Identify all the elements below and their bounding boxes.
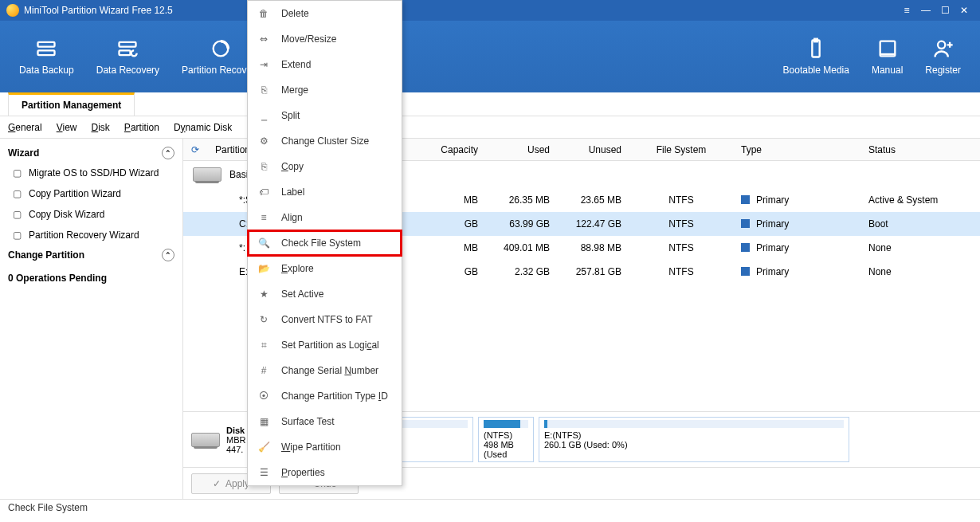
ctx-item[interactable]: #Change Serial Number [248, 358, 402, 383]
change-partition-header[interactable]: Change Partition ⌃ [8, 245, 174, 265]
ctx-item[interactable]: ⎘Copy [248, 154, 402, 179]
sidebar: Wizard ⌃ ▢Migrate OS to SSD/HD Wizard▢Co… [0, 139, 183, 499]
ctx-item-label: Change Serial Number [281, 365, 378, 376]
ctx-item[interactable]: ≡Align [248, 205, 402, 230]
ctx-icon: 🏷 [257, 186, 270, 198]
ctx-icon: ⎘ [257, 160, 270, 173]
register-button[interactable]: Register [914, 21, 972, 92]
menu-view[interactable]: View [57, 122, 77, 133]
wizard-icon: ▢ [11, 167, 22, 179]
tab-partition-management[interactable]: Partition Management [8, 92, 135, 116]
sidebar-item-label: Partition Recovery Wizard [29, 230, 139, 241]
menu-bar: General View Disk Partition Dynamic Disk [0, 116, 980, 139]
tab-strip: Partition Management [0, 92, 980, 116]
ctx-item[interactable]: 🗑Delete [248, 1, 402, 26]
sidebar-item[interactable]: ▢Partition Recovery Wizard [8, 225, 174, 245]
ctx-item-label: Check File System [281, 237, 361, 249]
ctx-item[interactable]: ⇥Extend [248, 52, 402, 77]
col-used[interactable]: Used [486, 144, 558, 155]
ctx-icon: 🔍 [257, 237, 270, 249]
data-recovery-button[interactable]: Data Recovery [85, 21, 171, 92]
disk-icon [191, 433, 220, 447]
menu-icon[interactable]: ≡ [897, 5, 916, 16]
data-backup-button[interactable]: Data Backup [8, 21, 85, 92]
sidebar-item-label: Migrate OS to SSD/HD Wizard [29, 167, 159, 179]
ctx-item[interactable]: ☰Properties [248, 460, 402, 485]
ctx-item-label: Move/Resize [281, 33, 336, 45]
col-status[interactable]: Status [860, 144, 980, 155]
manual-button[interactable]: Manual [860, 21, 914, 92]
ctx-item[interactable]: 🏷Label [248, 179, 402, 205]
chevron-up-icon[interactable]: ⌃ [162, 147, 174, 159]
menu-disk[interactable]: Disk [92, 122, 110, 133]
ctx-icon: ↻ [257, 313, 270, 326]
svg-point-9 [938, 41, 945, 49]
ctx-item[interactable]: ★Set Active [248, 281, 402, 307]
ctx-icon: ⇔ [257, 33, 270, 45]
ctx-item[interactable]: 🔍Check File System [248, 230, 402, 256]
ctx-item[interactable]: 📂Explore [248, 256, 402, 281]
data-recovery-icon [116, 37, 139, 60]
partition-bar[interactable]: E:(NTFS)260.1 GB (Used: 0%) [539, 417, 849, 462]
ctx-item[interactable]: 🧹Wipe Partition [248, 434, 402, 460]
sidebar-item-label: Copy Disk Wizard [29, 209, 104, 220]
svg-rect-0 [38, 42, 55, 47]
titlebar: MiniTool Partition Wizard Free 12.5 ≡ — … [0, 0, 980, 21]
ctx-item-label: Split [281, 110, 300, 121]
maximize-button[interactable]: ☐ [935, 5, 955, 16]
ctx-item-label: Extend [281, 59, 311, 70]
col-capacity[interactable]: Capacity [418, 144, 486, 155]
svg-rect-3 [120, 50, 131, 55]
ctx-item-label: Set Partition as Logical [281, 339, 379, 351]
ctx-item-label: Set Active [281, 288, 323, 300]
ctx-icon: 🧹 [257, 441, 270, 453]
ctx-item[interactable]: ⦿Change Partition Type ID [248, 383, 402, 409]
menu-general[interactable]: General [8, 122, 42, 133]
ctx-item[interactable]: ⎯Split [248, 103, 402, 128]
ctx-icon: ⌗ [257, 339, 270, 351]
col-type[interactable]: Type [733, 144, 860, 155]
sidebar-item[interactable]: ▢Copy Partition Wizard [8, 183, 174, 204]
ctx-icon: ≡ [257, 211, 270, 224]
ctx-item-label: Change Partition Type ID [281, 391, 388, 402]
ctx-icon: 🗑 [257, 7, 270, 20]
refresh-icon[interactable]: ⟳ [183, 144, 207, 155]
menu-dynamic-disk[interactable]: Dynamic Disk [174, 122, 232, 133]
partition-recovery-icon [210, 37, 232, 60]
wizard-icon: ▢ [11, 188, 22, 199]
menu-partition[interactable]: Partition [124, 122, 159, 133]
data-backup-label: Data Backup [19, 65, 74, 76]
sidebar-item-label: Copy Partition Wizard [29, 188, 121, 199]
minimize-button[interactable]: — [916, 5, 935, 16]
ctx-item[interactable]: ↻Convert NTFS to FAT [248, 307, 402, 332]
ctx-item[interactable]: ▦Surface Test [248, 409, 402, 434]
ctx-item[interactable]: ⚙Change Cluster Size [248, 128, 402, 154]
context-menu: 🗑Delete⇔Move/Resize⇥Extend⎘Merge⎯Split⚙C… [247, 0, 402, 486]
book-icon [876, 37, 899, 60]
svg-rect-5 [813, 41, 820, 57]
wizard-header[interactable]: Wizard ⌃ [8, 143, 174, 163]
col-filesystem[interactable]: File System [629, 144, 733, 155]
usb-icon [805, 37, 827, 60]
ctx-item-label: Merge [281, 84, 308, 96]
ctx-item-label: Delete [281, 8, 309, 19]
ctx-icon: ⎯ [257, 109, 270, 122]
sidebar-item[interactable]: ▢Copy Disk Wizard [8, 204, 174, 225]
chevron-up-icon[interactable]: ⌃ [162, 249, 174, 261]
wizard-icon: ▢ [11, 209, 22, 220]
ctx-item-label: Label [281, 186, 304, 198]
ctx-item-label: Align [281, 212, 303, 223]
ctx-item[interactable]: ⎘Merge [248, 77, 402, 103]
ctx-item[interactable]: ⇔Move/Resize [248, 26, 402, 52]
ctx-icon: ★ [257, 288, 270, 300]
bootable-media-button[interactable]: Bootable Media [772, 21, 860, 92]
partition-bar[interactable]: (NTFS)498 MB (Used [478, 417, 534, 462]
ctx-item[interactable]: ⌗Set Partition as Logical [248, 332, 402, 358]
close-button[interactable]: ✕ [955, 5, 974, 16]
app-title: MiniTool Partition Wizard Free 12.5 [24, 5, 173, 16]
col-unused[interactable]: Unused [558, 144, 629, 155]
ctx-icon: ⇥ [257, 58, 270, 71]
ctx-item-label: Wipe Partition [281, 442, 341, 453]
sidebar-item[interactable]: ▢Migrate OS to SSD/HD Wizard [8, 163, 174, 183]
ctx-icon: 📂 [257, 262, 270, 275]
